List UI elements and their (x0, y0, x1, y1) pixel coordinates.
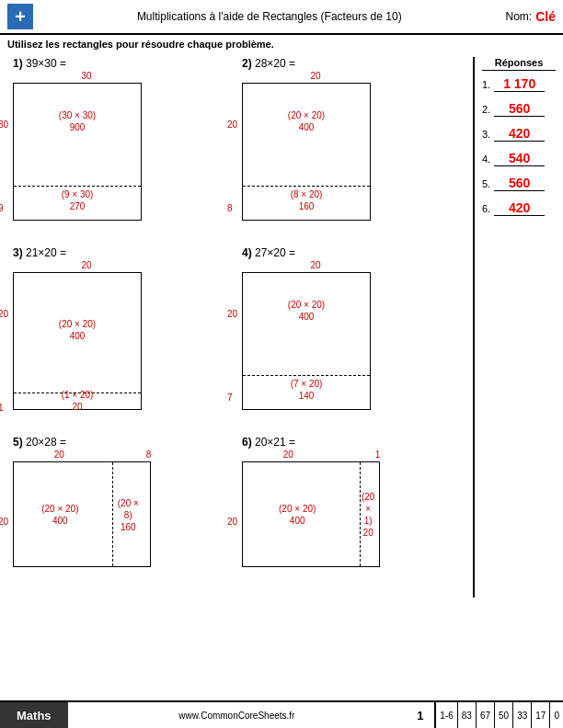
problem-5: 5) 20×28 = 20 8 20 (20 × 20)400 (20 × 8)… (7, 436, 236, 581)
problem-2-left-bot: 8 (227, 203, 233, 213)
problem-3-left-bot: 1 (0, 403, 4, 413)
problem-2-inner-top: (20 × 20)400 (288, 109, 325, 133)
problem-6-top-right: 1 (375, 449, 381, 460)
footer-stat-3: 33 (512, 702, 531, 728)
answer-num-4: 4. (482, 154, 490, 165)
answer-val-2: 560 (494, 101, 545, 117)
answer-val-6: 420 (494, 200, 545, 216)
header-nom-label: Nom: (506, 10, 533, 23)
problem-1-inner-top: (30 × 30)900 (59, 109, 96, 133)
problem-2-rect: (20 × 20)400 (8 × 20)160 (242, 83, 371, 221)
problem-5-inner-left: (20 × 20)400 (41, 503, 78, 527)
problem-3-left-top: 20 (0, 308, 8, 318)
answer-num-2: 2. (482, 104, 490, 115)
problem-2-top-label: 20 (310, 71, 320, 81)
footer-page: 1 (406, 709, 434, 722)
answer-val-4: 540 (494, 151, 545, 166)
problem-6: 6) 20×21 = 20 1 20 (20 × 20)400 (20 × 1)… (236, 436, 465, 581)
problem-row-3: 5) 20×28 = 20 8 20 (20 × 20)400 (20 × 8)… (7, 436, 465, 581)
problem-6-top-left: 20 (283, 449, 293, 460)
problem-1-rect: (30 × 30)900 (9 × 30)270 (13, 83, 142, 221)
answer-item-6: 6. 420 (482, 200, 556, 216)
problem-1-top-label: 30 (81, 71, 91, 81)
problem-1-label: 1) 39×30 = (13, 57, 231, 70)
header-cle-label: Clé (535, 9, 556, 24)
problem-2-inner-bot: (8 × 20)160 (291, 188, 323, 212)
problem-5-dashed (112, 462, 113, 566)
problem-6-label: 6) 20×21 = (242, 436, 460, 449)
footer-stat-4: 17 (531, 702, 549, 728)
problem-row-2: 3) 21×20 = 20 20 1 (20 × 20)400 (1 × 20)… (7, 246, 465, 419)
problem-3-rect: (20 × 20)400 (1 × 20)20 (13, 272, 142, 410)
problem-4-label: 4) 27×20 = (242, 246, 460, 259)
header-title: Multiplications à l'aide de Rectangles (… (40, 10, 499, 23)
footer-range: 1-6 (435, 702, 456, 728)
logo-icon: + (7, 4, 33, 29)
problem-4-left-bot: 7 (227, 392, 233, 403)
footer-brand: Maths (0, 702, 68, 728)
problem-3-label: 3) 21×20 = (13, 246, 231, 259)
answers-column: Réponses 1. 1 170 2. 560 3. 420 4. 540 5… (473, 57, 556, 597)
header: + Multiplications à l'aide de Rectangles… (0, 0, 563, 35)
problem-6-rect: (20 × 20)400 (20 × 1)20 (242, 461, 380, 567)
problem-2: 2) 28×20 = 20 20 8 (20 × 20)400 (8 × 20)… (236, 57, 465, 230)
problem-6-diagram: 20 1 20 (20 × 20)400 (20 × 1)20 (242, 461, 389, 581)
answer-val-1: 1 170 (494, 76, 545, 92)
answer-num-1: 1. (482, 79, 490, 90)
problem-5-inner-right: (20 × 8)160 (117, 496, 139, 532)
problem-1-left-top: 30 (0, 119, 8, 129)
problem-2-dashed (243, 186, 370, 187)
problem-1-inner-bot: (9 × 30)270 (62, 188, 94, 212)
problem-5-label: 5) 20×28 = (13, 436, 231, 449)
answer-num-5: 5. (482, 178, 490, 189)
main-layout: 1) 39×30 = 30 30 9 (30 × 30)900 (9 × 30)… (0, 57, 563, 597)
answers-title: Réponses (482, 57, 556, 71)
footer-stats: 1-6 83 67 50 33 17 0 (434, 702, 563, 728)
answer-item-2: 2. 560 (482, 101, 556, 117)
answer-num-3: 3. (482, 129, 490, 140)
problem-3-top-label: 20 (81, 260, 91, 270)
problem-4: 4) 27×20 = 20 20 7 (20 × 20)400 (7 × 20)… (236, 246, 465, 419)
answer-item-1: 1. 1 170 (482, 76, 556, 92)
problem-2-left-top: 20 (227, 119, 237, 129)
instructions: Utilisez les rectangles pour résoudre ch… (0, 35, 563, 53)
problem-4-rect: (20 × 20)400 (7 × 20)140 (242, 272, 371, 410)
problem-2-diagram: 20 20 8 (20 × 20)400 (8 × 20)160 (242, 83, 389, 230)
answer-num-6: 6. (482, 203, 490, 214)
problem-3-inner-bot: (1 × 20)20 (62, 389, 94, 413)
problem-1: 1) 39×30 = 30 30 9 (30 × 30)900 (9 × 30)… (7, 57, 236, 230)
problem-4-diagram: 20 20 7 (20 × 20)400 (7 × 20)140 (242, 272, 389, 419)
problem-4-inner-top: (20 × 20)400 (288, 299, 325, 323)
problem-4-top-label: 20 (310, 260, 320, 270)
problem-6-left: 20 (227, 517, 237, 527)
footer: Maths www.CommonCoreSheets.fr 1 1-6 83 6… (0, 700, 563, 728)
answer-item-3: 3. 420 (482, 126, 556, 142)
answer-item-5: 5. 560 (482, 176, 556, 191)
problems-area: 1) 39×30 = 30 30 9 (30 × 30)900 (9 × 30)… (7, 57, 465, 597)
problem-5-diagram: 20 8 20 (20 × 20)400 (20 × 8)160 (13, 461, 160, 581)
problem-1-left-bot: 9 (0, 203, 4, 213)
problem-4-inner-bot: (7 × 20)140 (291, 378, 323, 402)
footer-url: www.CommonCoreSheets.fr (68, 711, 407, 721)
problem-4-dashed (243, 375, 370, 376)
problem-3: 3) 21×20 = 20 20 1 (20 × 20)400 (1 × 20)… (7, 246, 236, 419)
problem-3-inner-top: (20 × 20)400 (59, 318, 96, 342)
footer-stat-1: 67 (476, 702, 494, 728)
problem-5-top-right: 8 (146, 449, 152, 460)
problem-3-diagram: 20 20 1 (20 × 20)400 (1 × 20)20 (13, 272, 160, 419)
answer-val-5: 560 (494, 176, 545, 191)
problem-5-left: 20 (0, 517, 8, 527)
answer-val-3: 420 (494, 126, 545, 142)
problem-row-1: 1) 39×30 = 30 30 9 (30 × 30)900 (9 × 30)… (7, 57, 465, 230)
problem-1-diagram: 30 30 9 (30 × 30)900 (9 × 30)270 (13, 83, 160, 230)
footer-stat-5: 0 (549, 702, 563, 728)
problem-6-inner-right: (20 × 1)20 (362, 491, 374, 539)
problem-1-dashed (14, 186, 141, 187)
problem-5-top-left: 20 (54, 449, 64, 460)
answer-item-4: 4. 540 (482, 151, 556, 166)
problem-6-inner-left: (20 × 20)400 (279, 503, 316, 527)
problem-4-left-top: 20 (227, 308, 237, 318)
footer-stat-0: 83 (457, 702, 476, 728)
problem-5-rect: (20 × 20)400 (20 × 8)160 (13, 461, 151, 567)
problem-2-label: 2) 28×20 = (242, 57, 460, 70)
